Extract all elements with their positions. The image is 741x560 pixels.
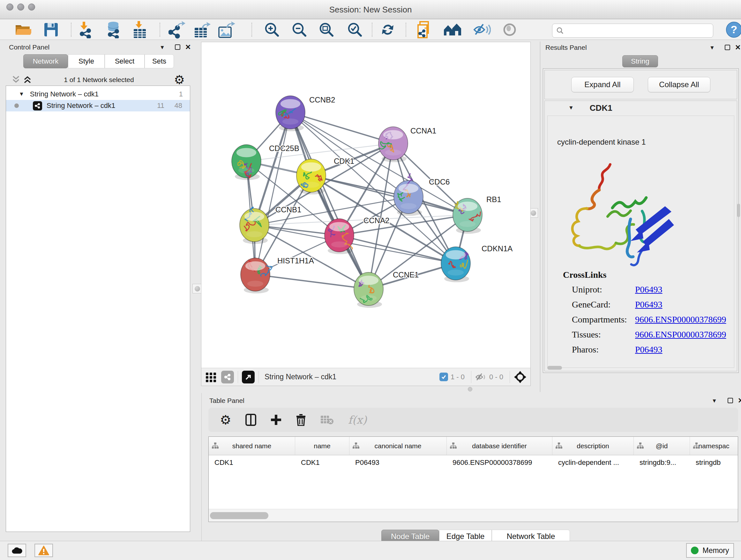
scrollbar-thumb[interactable] xyxy=(210,512,268,519)
section-expander-icon[interactable]: ▼ xyxy=(568,105,574,111)
network-options-gear-icon[interactable]: ⚙ xyxy=(174,73,185,87)
import-network-from-file-button[interactable] xyxy=(76,21,96,39)
table-row[interactable]: CDK1 CDK1 P06493 9606.ENSP00000378699 cy… xyxy=(209,455,738,470)
tab-select[interactable]: Select xyxy=(105,54,145,68)
memory-button[interactable]: Memory xyxy=(686,543,734,558)
table-panel-splitter-dot[interactable] xyxy=(468,387,472,391)
update-button[interactable] xyxy=(378,21,398,39)
network-graph-canvas[interactable]: CCNB2CCNA1CDC25BCDK1CDC6RB1CCNB1CCNA2CDK… xyxy=(201,42,530,368)
search-input[interactable] xyxy=(567,26,709,35)
column-header[interactable]: namespac xyxy=(690,437,738,455)
cell-shared-name[interactable]: CDK1 xyxy=(209,458,295,467)
crosslink-link[interactable]: P06493 xyxy=(635,300,663,310)
float-panel-icon[interactable]: ▼ xyxy=(159,45,165,50)
close-panel-icon[interactable]: ✕ xyxy=(738,398,741,403)
tab-style[interactable]: Style xyxy=(68,54,105,68)
cell-database-identifier[interactable]: 9606.ENSP00000378699 xyxy=(447,458,552,467)
double-chevron-up-icon xyxy=(23,75,32,84)
collapse-all-networks-button[interactable] xyxy=(11,75,20,84)
close-panel-icon[interactable]: ✕ xyxy=(735,45,741,51)
zoom-in-button[interactable] xyxy=(262,21,282,39)
cloud-status-button[interactable] xyxy=(8,544,26,557)
collection-expander-icon[interactable]: ▼ xyxy=(19,91,24,98)
column-header[interactable]: shared name xyxy=(209,437,295,455)
cell-namespace[interactable]: stringdb xyxy=(690,458,738,467)
column-header[interactable]: description xyxy=(552,437,634,455)
network-row-selected[interactable]: String Network – cdk1 11 48 xyxy=(6,100,190,111)
main-toolbar: ? xyxy=(0,19,741,40)
graph-node-CDKN1A[interactable]: CDKN1A xyxy=(441,244,513,282)
expand-all-networks-button[interactable] xyxy=(23,75,32,84)
graph-node-label: CCNA2 xyxy=(363,216,389,225)
network-view[interactable]: CCNB2CCNA1CDC25BCDK1CDC6RB1CCNB1CCNA2CDK… xyxy=(201,42,531,386)
maximize-panel-icon[interactable] xyxy=(725,45,730,50)
hidden-items-icon xyxy=(475,372,487,382)
network-collection-row[interactable]: ▼ String Network – cdk1 1 xyxy=(6,88,190,100)
horizontal-scrollbar-thumb[interactable] xyxy=(547,366,562,370)
open-file-button[interactable] xyxy=(13,21,33,39)
view-grid-icon[interactable] xyxy=(205,371,217,383)
results-vertical-scrollbar-thumb[interactable] xyxy=(737,204,740,217)
crosslink-link[interactable]: 9606.ENSP00000378699 xyxy=(635,314,726,325)
status-bar: Memory xyxy=(0,541,741,560)
import-table-from-file-button[interactable] xyxy=(130,21,150,39)
help-icon: ? xyxy=(726,21,741,38)
column-header[interactable]: name xyxy=(295,437,349,455)
delete-column-trash-icon[interactable] xyxy=(296,414,306,426)
tab-sets[interactable]: Sets xyxy=(145,54,174,68)
close-panel-icon[interactable]: ✕ xyxy=(185,44,191,50)
cell-name[interactable]: CDK1 xyxy=(295,458,349,467)
crosslink-link[interactable]: 9606.ENSP00000378699 xyxy=(635,329,726,340)
graph-node-CDC25B[interactable]: CDC25B xyxy=(232,144,299,180)
crosslink-link[interactable]: P06493 xyxy=(635,345,663,355)
crosslink-link[interactable]: P06493 xyxy=(635,285,663,295)
tab-string[interactable]: String xyxy=(622,55,658,67)
table-options-gear-icon[interactable]: ⚙ xyxy=(220,413,231,427)
import-network-from-database-button[interactable] xyxy=(104,21,123,39)
show-columns-icon[interactable] xyxy=(246,414,256,426)
export-network-button[interactable] xyxy=(167,21,187,39)
home-panel-button[interactable] xyxy=(443,21,462,39)
reposition-crosshair-icon[interactable] xyxy=(514,371,527,383)
selected-indicator-checkbox[interactable] xyxy=(440,373,448,381)
eye-button[interactable] xyxy=(500,21,520,39)
export-image-button[interactable] xyxy=(217,21,237,39)
zoom-out-button[interactable] xyxy=(289,21,309,39)
zoom-fit-button[interactable] xyxy=(317,21,336,39)
graph-node-RB1[interactable]: RB1 xyxy=(453,195,501,234)
column-header[interactable]: database identifier xyxy=(447,437,552,455)
expand-all-button[interactable]: Expand All xyxy=(571,77,634,92)
cell-description[interactable]: cyclin-dependent ... xyxy=(552,458,634,467)
hide-panel-button[interactable] xyxy=(472,21,492,39)
collapse-all-button[interactable]: Collapse All xyxy=(648,77,711,92)
graph-node-HIST1H1A[interactable]: HIST1H1A xyxy=(241,256,314,294)
warnings-button[interactable] xyxy=(35,544,53,557)
float-panel-icon[interactable]: ▼ xyxy=(712,398,717,403)
column-header[interactable]: canonical name xyxy=(349,437,447,455)
graph-node-CDC6[interactable]: CDC6 xyxy=(394,174,450,216)
column-header[interactable]: @id xyxy=(634,437,690,455)
tab-network[interactable]: Network xyxy=(23,54,68,68)
graph-node-CDK1[interactable]: CDK1 xyxy=(296,157,354,194)
delete-table-icon-disabled xyxy=(320,415,334,425)
column-type-icon xyxy=(636,442,644,449)
detach-view-icon[interactable] xyxy=(242,371,255,383)
maximize-panel-icon[interactable] xyxy=(175,44,180,50)
add-column-icon[interactable] xyxy=(270,414,282,426)
collection-count: 1 xyxy=(179,90,183,98)
cell-id[interactable]: stringdb:9... xyxy=(634,458,690,467)
graph-node-CCNA2[interactable]: CCNA2 xyxy=(325,216,389,254)
protein-section-header[interactable]: ▼ CDK1 xyxy=(545,101,737,115)
help-button[interactable]: ? xyxy=(724,21,741,39)
clone-network-button[interactable] xyxy=(415,21,434,39)
cell-canonical-name[interactable]: P06493 xyxy=(349,458,447,467)
save-session-button[interactable] xyxy=(41,21,61,39)
birds-eye-view-icon[interactable] xyxy=(221,371,234,383)
left-splitter-handle[interactable] xyxy=(192,284,202,294)
float-panel-icon[interactable]: ▼ xyxy=(710,45,715,51)
zoom-selected-button[interactable] xyxy=(345,21,365,39)
protein-description: cyclin-dependent kinase 1 xyxy=(557,138,646,146)
maximize-panel-icon[interactable] xyxy=(728,398,733,403)
export-table-button[interactable] xyxy=(193,21,212,39)
table-horizontal-scrollbar[interactable] xyxy=(209,509,738,522)
